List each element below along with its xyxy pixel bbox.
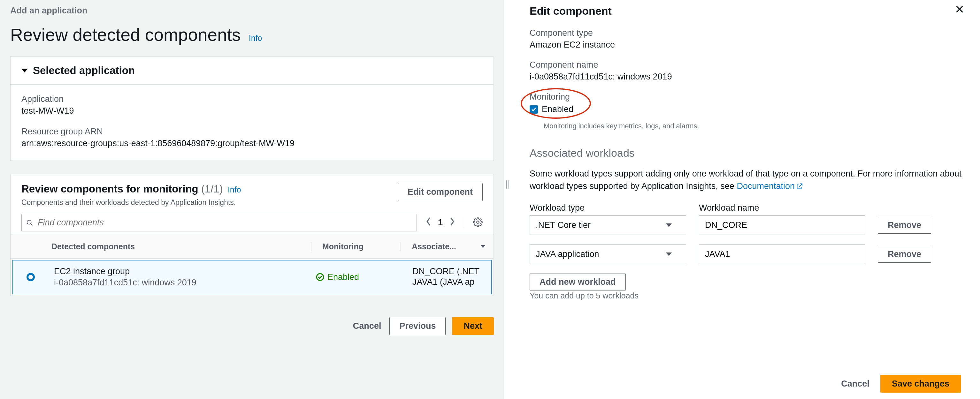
list-item: DN_CORE (.NET	[412, 266, 483, 276]
application-label: Application	[21, 94, 483, 104]
pager-next[interactable]	[449, 217, 455, 228]
review-info-link[interactable]: Info	[228, 185, 241, 194]
monitoring-status-text: Enabled	[328, 272, 359, 282]
next-button[interactable]: Next	[452, 317, 494, 335]
wizard-footer: Cancel Previous Next	[10, 309, 494, 348]
svg-line-1	[31, 223, 33, 225]
workload-type-value: .NET Core tier	[536, 220, 590, 230]
documentation-link[interactable]: Documentation	[737, 181, 803, 191]
workload-type-select[interactable]: JAVA application	[530, 244, 686, 264]
workload-name-input[interactable]	[699, 244, 865, 264]
pager-prev[interactable]	[426, 217, 431, 228]
selected-application-title: Selected application	[33, 65, 135, 77]
previous-button[interactable]: Previous	[390, 317, 445, 335]
workload-type-value: JAVA application	[536, 249, 599, 259]
col-header-associated-text: Associate...	[412, 242, 456, 251]
component-name: EC2 instance group	[54, 266, 309, 276]
breadcrumb: Add an application	[0, 0, 504, 16]
left-pane: Add an application Review detected compo…	[0, 0, 504, 399]
search-input[interactable]	[37, 217, 412, 228]
settings-button[interactable]	[473, 217, 483, 228]
associated-workloads-title: Associated workloads	[530, 147, 964, 159]
gear-icon	[473, 217, 483, 227]
info-link[interactable]: Info	[249, 33, 262, 43]
resource-group-arn-label: Resource group ARN	[21, 127, 483, 137]
svg-point-0	[27, 220, 31, 224]
workload-row: .NET Core tier Remove	[530, 215, 964, 235]
associated-workloads-list: DN_CORE (.NET JAVA1 (JAVA ap	[401, 266, 483, 287]
review-title: Review components for monitoring (1/1) I…	[21, 183, 241, 195]
svg-point-2	[477, 221, 479, 223]
divider	[464, 217, 464, 228]
monitoring-help-text: Monitoring includes key metrics, logs, a…	[544, 122, 964, 130]
drawer-cancel-button[interactable]: Cancel	[839, 378, 872, 389]
component-subtitle: i-0a0858a7fd11cd51c: windows 2019	[54, 278, 309, 288]
monitoring-highlight: Monitoring Enabled	[530, 92, 585, 119]
search-icon	[26, 219, 33, 226]
chevron-down-icon	[666, 223, 672, 227]
edit-component-drawer: || Edit component × Component type Amazo…	[504, 0, 980, 399]
chevron-down-icon	[666, 252, 672, 256]
component-name-value: i-0a0858a7fd11cd51c: windows 2019	[530, 72, 964, 82]
workload-name-header: Workload name	[699, 203, 865, 213]
caret-down-icon	[481, 245, 485, 248]
caret-down-icon	[21, 69, 28, 73]
workload-name-input[interactable]	[699, 215, 865, 235]
col-header-monitoring[interactable]: Monitoring	[312, 242, 401, 251]
list-item: JAVA1 (JAVA ap	[412, 277, 483, 287]
monitoring-label: Monitoring	[530, 92, 573, 102]
monitoring-status: Enabled	[309, 272, 398, 282]
remove-workload-button[interactable]: Remove	[878, 246, 931, 263]
review-components-panel: Review components for monitoring (1/1) I…	[10, 174, 494, 296]
col-header-associated[interactable]: Associate...	[401, 242, 493, 251]
close-icon[interactable]: ×	[955, 5, 964, 14]
monitoring-checkbox-label: Enabled	[542, 104, 573, 114]
monitoring-checkbox-row[interactable]: Enabled	[530, 104, 573, 114]
selected-application-header[interactable]: Selected application	[11, 57, 493, 85]
selected-application-panel: Selected application Application test-MW…	[10, 57, 494, 161]
component-type-value: Amazon EC2 instance	[530, 40, 964, 50]
check-icon	[531, 107, 537, 112]
check-circle-icon	[316, 273, 324, 281]
workload-columns-header: Workload type Workload name	[530, 203, 964, 213]
review-subtext: Components and their workloads detected …	[21, 198, 241, 207]
page-title-text: Review detected components	[10, 25, 241, 45]
drawer-title: Edit component	[530, 5, 612, 17]
review-count: (1/1)	[201, 183, 223, 195]
pager: 1	[426, 217, 455, 228]
workload-limit-text: You can add up to 5 workloads	[530, 291, 964, 300]
search-input-wrapper[interactable]	[21, 214, 417, 231]
save-changes-button[interactable]: Save changes	[880, 375, 961, 393]
pager-current: 1	[438, 218, 443, 228]
remove-workload-button[interactable]: Remove	[878, 217, 931, 234]
page-title: Review detected components Info	[10, 25, 494, 45]
table-header: Detected components Monitoring Associate…	[11, 234, 493, 258]
table-row[interactable]: EC2 instance group i-0a0858a7fd11cd51c: …	[13, 260, 492, 294]
workload-type-select[interactable]: .NET Core tier	[530, 215, 686, 235]
edit-component-button[interactable]: Edit component	[398, 183, 483, 201]
component-type-label: Component type	[530, 28, 964, 38]
associated-workloads-description: Some workload types support adding only …	[530, 168, 964, 193]
component-name-label: Component name	[530, 60, 964, 70]
workload-row: JAVA application Remove	[530, 244, 964, 264]
resource-group-arn-value: arn:aws:resource-groups:us-east-1:856960…	[21, 139, 483, 149]
external-link-icon	[796, 181, 803, 193]
row-radio[interactable]	[27, 273, 35, 281]
add-new-workload-button[interactable]: Add new workload	[530, 274, 626, 290]
cancel-button[interactable]: Cancel	[351, 321, 383, 331]
review-title-text: Review components for monitoring	[21, 183, 198, 195]
resize-handle[interactable]: ||	[505, 179, 510, 189]
col-header-components[interactable]: Detected components	[46, 242, 312, 251]
application-value: test-MW-W19	[21, 106, 483, 116]
workload-type-header: Workload type	[530, 203, 686, 213]
drawer-footer: Cancel Save changes	[530, 375, 964, 393]
monitoring-checkbox[interactable]	[530, 105, 538, 114]
